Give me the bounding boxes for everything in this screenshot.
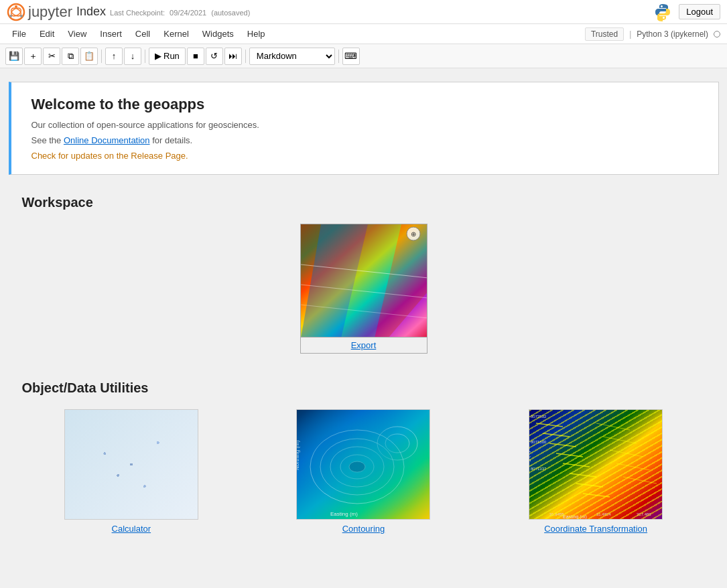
svg-point-25 — [123, 463, 127, 467]
svg-point-49 — [340, 455, 374, 479]
svg-line-68 — [623, 477, 657, 484]
svg-point-21 — [130, 445, 134, 449]
svg-point-24 — [110, 471, 114, 475]
menu-file[interactable]: File — [7, 27, 31, 41]
svg-point-51 — [377, 427, 417, 460]
separator-1 — [101, 50, 102, 63]
menu-cell[interactable]: Cell — [130, 27, 155, 41]
welcome-cell: Welcome to the geoapps Our collection of… — [9, 82, 719, 175]
logout-button[interactable]: Logout — [679, 4, 720, 19]
coord-transform-label[interactable]: Coordinate Transformation — [544, 524, 647, 534]
export-link[interactable]: Export — [351, 340, 377, 350]
move-up-button[interactable]: ↑ — [105, 48, 123, 65]
svg-text:Northing (m): Northing (m) — [529, 451, 531, 477]
utility-item-contouring: Easting (m) Northing (m) Contouring — [289, 409, 437, 534]
workspace-image-container: ⊕ Export — [22, 224, 706, 354]
online-docs-link[interactable]: Online Documentation — [64, 135, 150, 145]
svg-text:-1500: -1500 — [66, 484, 77, 488]
svg-point-32 — [140, 473, 144, 477]
trusted-badge: Trusted — [585, 27, 624, 41]
stop-button[interactable]: ■ — [187, 48, 204, 65]
svg-text:317.483: 317.483 — [637, 512, 651, 516]
header-right: Logout — [653, 3, 720, 21]
svg-point-27 — [150, 465, 154, 469]
svg-point-46 — [310, 430, 404, 504]
calculator-label[interactable]: Calculator — [112, 524, 151, 534]
copy-button[interactable]: ⧉ — [62, 48, 79, 65]
jupyter-logo: jupyter — [7, 3, 72, 21]
calculator-image: z X Y 0 -500 -1000 -1500 — [64, 409, 198, 520]
coord-transform-image: Northing (m) Easting (m) 8072592 8071800… — [529, 409, 663, 520]
separator-3 — [245, 50, 246, 63]
contouring-label[interactable]: Contouring — [342, 524, 385, 534]
svg-text:⊕: ⊕ — [411, 230, 416, 238]
svg-line-67 — [616, 463, 650, 470]
bottom-padding — [0, 540, 727, 567]
notebook-title-area: Index Last Checkpoint: 09/24/2021 (autos… — [76, 5, 250, 19]
svg-text:31.9455: 31.9455 — [549, 512, 564, 516]
restart-button[interactable]: ↺ — [206, 48, 223, 65]
menu-view[interactable]: View — [62, 27, 92, 41]
svg-point-48 — [330, 447, 384, 487]
kernel-name: Python 3 (ipykernel) — [637, 29, 708, 39]
checkpoint-info: Last Checkpoint: 09/24/2021 (autosaved) — [110, 9, 250, 17]
svg-point-30 — [113, 475, 117, 479]
save-button[interactable]: 💾 — [5, 48, 23, 65]
svg-rect-55 — [529, 410, 663, 520]
cut-button[interactable]: ✂ — [43, 48, 60, 65]
run-button[interactable]: ▶ Run — [149, 48, 186, 65]
svg-text:-1000: -1000 — [66, 473, 77, 477]
svg-point-50 — [349, 461, 365, 472]
svg-point-31 — [127, 469, 131, 473]
svg-marker-16 — [132, 423, 186, 497]
svg-point-34 — [167, 467, 171, 471]
svg-point-5 — [20, 15, 23, 17]
svg-line-61 — [570, 473, 596, 477]
notebook-title: Index — [76, 5, 106, 19]
paste-button[interactable]: 📋 — [80, 48, 98, 65]
keyboard-icon-button[interactable]: ⌨ — [342, 48, 360, 65]
svg-text:Y: Y — [82, 503, 85, 508]
welcome-docs: See the Online Documentation for details… — [31, 135, 698, 145]
svg-point-22 — [143, 455, 147, 459]
svg-line-36 — [78, 497, 132, 520]
svg-text:-500: -500 — [66, 463, 75, 467]
svg-point-20 — [117, 451, 121, 455]
svg-line-65 — [603, 437, 637, 443]
utility-item-calculator: z X Y 0 -500 -1000 -1500 Calculator — [58, 409, 205, 534]
welcome-title: Welcome to the geoapps — [31, 96, 698, 113]
jupyter-logo-icon — [7, 3, 25, 21]
svg-text:z: z — [66, 471, 71, 473]
workspace-title: Workspace — [22, 195, 706, 210]
separator-4 — [338, 50, 339, 63]
menu-edit[interactable]: Edit — [34, 27, 60, 41]
workspace-map-image: ⊕ — [300, 224, 427, 338]
svg-text:Northing (m): Northing (m) — [297, 440, 300, 470]
svg-marker-18 — [78, 470, 186, 520]
svg-text:Easting (m): Easting (m) — [563, 514, 587, 520]
svg-text:Easting (m): Easting (m) — [330, 511, 358, 517]
menu-widgets[interactable]: Widgets — [197, 27, 239, 41]
kernel-status: Trusted | Python 3 (ipykernel) — [585, 27, 720, 41]
contouring-image: Easting (m) Northing (m) — [296, 409, 430, 520]
svg-text:31.4824: 31.4824 — [596, 512, 611, 516]
top-header: jupyter Index Last Checkpoint: 09/24/202… — [0, 0, 727, 24]
menu-help[interactable]: Help — [242, 27, 271, 41]
utilities-section: Object/Data Utilities — [9, 374, 719, 540]
svg-line-59 — [556, 453, 583, 457]
svg-line-64 — [596, 423, 630, 430]
svg-line-63 — [583, 494, 610, 497]
svg-text:8072592: 8072592 — [531, 415, 547, 419]
svg-line-62 — [576, 484, 603, 487]
menu-kernel[interactable]: Kernel — [158, 27, 194, 41]
cell-type-select[interactable]: Markdown Code Raw NBConvert Heading — [249, 48, 335, 65]
add-cell-button[interactable]: ＋ — [24, 48, 42, 65]
move-down-button[interactable]: ↓ — [124, 48, 141, 65]
menu-insert[interactable]: Insert — [94, 27, 127, 41]
restart-run-button[interactable]: ⏭ — [224, 48, 242, 65]
notebook-content: Welcome to the geoapps Our collection of… — [0, 68, 727, 581]
svg-line-66 — [610, 450, 643, 457]
svg-text:X: X — [176, 512, 179, 516]
svg-point-23 — [157, 448, 161, 452]
utilities-title: Object/Data Utilities — [22, 380, 706, 396]
